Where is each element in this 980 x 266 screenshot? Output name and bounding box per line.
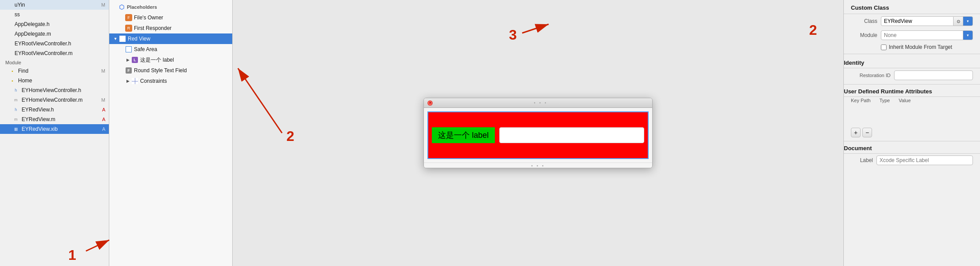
custom-class-title: Custom Class	[844, 0, 980, 14]
file-item-appdelegate-m[interactable]: AppDelegate.m	[0, 29, 109, 39]
canvas-dots-top: • • •	[534, 100, 547, 105]
class-row: Class ⊙ ▾	[844, 14, 980, 28]
file-item-home[interactable]: ▪ Home	[0, 76, 109, 85]
files-owner-icon: F	[125, 14, 132, 21]
module-label: Module	[851, 32, 877, 38]
inherit-module-checkbox[interactable]	[881, 44, 887, 50]
file-item-eyrootvc-h[interactable]: EYRootViewController.h	[0, 39, 109, 48]
doc-label-label: Label	[851, 157, 873, 163]
document-title: Document	[844, 143, 980, 154]
file-item-eyredview-m[interactable]: m EYRedView.m A	[0, 115, 109, 124]
module-row: Module ▾	[844, 28, 980, 42]
placeholders-icon: ⬡	[118, 4, 125, 11]
udr-col-value: Value	[899, 98, 911, 103]
udr-columns: Key Path Type Value	[844, 97, 980, 104]
textfield-icon: F	[125, 67, 132, 74]
file-icon: h	[12, 106, 19, 113]
file-item-eyhomevc-m[interactable]: m EYHomeViewController.m M	[0, 95, 109, 105]
file-item-appdelegate-h[interactable]: AppDelegate.h	[0, 19, 109, 29]
udr-title: User Defined Runtime Attributes	[844, 86, 980, 97]
file-icon: m	[12, 116, 19, 123]
tree-label-element[interactable]: ▶ L 这是一个 label	[109, 55, 232, 65]
canvas-content: 这是一个 label	[427, 111, 649, 159]
constraints-icon	[131, 78, 138, 85]
divider-3	[844, 141, 980, 141]
remove-attribute-button[interactable]: −	[862, 128, 872, 137]
canvas-window: ✕ • • • 这是一个 label • • •	[423, 98, 653, 168]
file-icon	[5, 21, 12, 28]
canvas-area: 2 ✕ • • • 这是一个 label • • •	[233, 0, 843, 266]
add-attribute-button[interactable]: +	[851, 128, 861, 137]
module-dropdown[interactable]: ▾	[963, 30, 973, 40]
tree-files-owner[interactable]: F File's Owner	[109, 12, 232, 23]
restoration-id-row: Restoration ID	[844, 68, 980, 82]
file-list: uYin M ss AppDelegate.h AppDelegate.m EY…	[0, 0, 109, 266]
tree-constraints[interactable]: ▶ Constraints	[109, 76, 232, 86]
tree-textfield[interactable]: F Round Style Text Field	[109, 65, 232, 76]
module-input-group: ▾	[881, 30, 973, 40]
identity-title: Identity	[844, 56, 980, 68]
tree-list: ⬡ Placeholders F File's Owner R First Re…	[109, 0, 232, 266]
doc-label-input[interactable]	[876, 155, 973, 165]
restoration-id-input[interactable]	[894, 70, 973, 80]
file-icon	[5, 50, 12, 57]
home-icon: ▪	[9, 77, 16, 84]
safe-area-icon	[125, 46, 132, 53]
tree-panel: ⬡ Placeholders F File's Owner R First Re…	[109, 0, 233, 266]
file-item-uyin[interactable]: uYin M	[0, 0, 109, 10]
udr-actions: + −	[844, 126, 980, 139]
module-input[interactable]	[881, 30, 963, 40]
tree-red-view[interactable]: ▼ Red View	[109, 33, 232, 44]
canvas-dots-bottom: • • •	[424, 163, 652, 168]
class-label: Class	[851, 18, 877, 24]
divider-1	[844, 54, 980, 54]
class-input[interactable]	[881, 16, 954, 26]
udr-empty-area	[844, 104, 980, 126]
class-stepper[interactable]: ⊙	[954, 16, 963, 26]
expand-arrow[interactable]: ▼	[113, 36, 118, 41]
textfield-element[interactable]	[499, 127, 644, 143]
file-item-eyredview-xib[interactable]: ▦ EYRedView.xib A 1	[0, 124, 109, 134]
label-icon: L	[131, 56, 138, 63]
tree-first-responder[interactable]: R First Responder	[109, 23, 232, 33]
annotation-2: 2	[809, 22, 817, 38]
file-list-panel: uYin M ss AppDelegate.h AppDelegate.m EY…	[0, 0, 109, 266]
inherit-module-label: Inherit Module From Target	[889, 44, 952, 50]
file-icon	[5, 40, 12, 47]
udr-col-type: Type	[880, 98, 890, 103]
file-icon: h	[12, 87, 19, 94]
red-view-icon	[119, 35, 126, 42]
label-element: 这是一个 label	[432, 127, 495, 143]
close-button[interactable]: ✕	[427, 100, 433, 106]
restoration-id-label: Restoration ID	[851, 73, 891, 78]
inherit-module-row: Inherit Module From Target	[844, 42, 980, 52]
right-panel: Custom Class Class ⊙ ▾ Module ▾ Inherit …	[843, 0, 980, 266]
file-item-eyrootvc-m[interactable]: EYRootViewController.m	[0, 48, 109, 58]
file-item-eyhomevc-h[interactable]: h EYHomeViewController.h	[0, 85, 109, 95]
find-icon: ▪	[9, 67, 16, 74]
divider-2	[844, 84, 980, 85]
class-input-group: ⊙ ▾	[881, 16, 973, 26]
class-dropdown[interactable]: ▾	[963, 16, 973, 26]
expand-arrow-constraints[interactable]: ▶	[125, 78, 130, 84]
file-icon	[5, 1, 12, 8]
section-module: Module	[0, 58, 109, 66]
canvas-titlebar: ✕ • • •	[424, 98, 652, 108]
xib-icon: ▦	[12, 126, 19, 133]
file-item-ss[interactable]: ss	[0, 10, 109, 19]
udr-col-keypath: Key Path	[851, 98, 871, 103]
first-responder-icon: R	[125, 25, 132, 32]
file-icon	[5, 11, 12, 18]
file-icon	[5, 30, 12, 37]
file-item-find[interactable]: ▪ Find M	[0, 66, 109, 76]
doc-label-row: Label	[844, 154, 980, 167]
file-item-eyredview-h[interactable]: h EYRedView.h A	[0, 105, 109, 115]
tree-safe-area[interactable]: Safe Area	[109, 44, 232, 55]
file-icon: m	[12, 96, 19, 103]
placeholders-section: ⬡ Placeholders	[109, 2, 232, 12]
expand-arrow-label[interactable]: ▶	[125, 57, 130, 63]
